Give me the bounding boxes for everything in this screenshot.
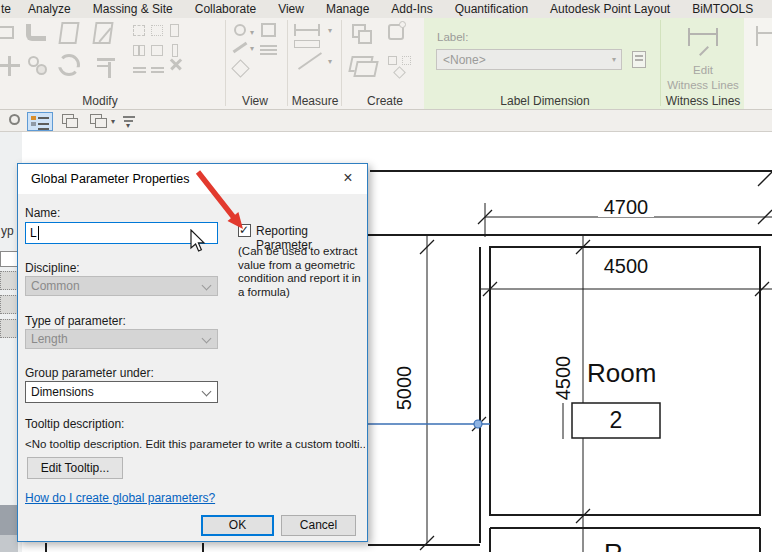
label-dropdown[interactable]: <None> ▾: [436, 49, 622, 70]
witness-lines-panel-label: Witness Lines: [660, 94, 746, 108]
modify-panel-label: Modify: [40, 94, 160, 108]
ruler-icon[interactable]: [294, 40, 320, 48]
tab-collaborate[interactable]: Collaborate: [184, 2, 267, 16]
cope-icon[interactable]: [0, 26, 14, 39]
swap-dimension-icon-2: [95, 118, 107, 128]
tab-partial-left[interactable]: te: [0, 2, 17, 16]
tab-bimtools[interactable]: BiMTOOLS: [681, 2, 764, 16]
split-icon[interactable]: [92, 22, 113, 44]
create-similar-icon[interactable]: [388, 56, 397, 65]
room-name-label: Room: [587, 358, 656, 389]
dimension-properties-icon[interactable]: [27, 112, 53, 131]
create-panel-label: Create: [340, 94, 430, 108]
thin-lines-icon-3: [260, 53, 277, 55]
trim-icon[interactable]: [97, 58, 115, 61]
chevron-down-icon: [202, 387, 212, 397]
tooltip-description-label: Tooltip description:: [25, 417, 124, 431]
group-parameter-value: Dimensions: [31, 385, 94, 399]
join-icon[interactable]: [26, 24, 46, 41]
dimension-grip-dot[interactable]: [474, 420, 482, 428]
dimension-value-top[interactable]: 4700: [598, 197, 654, 217]
group-parameter-select[interactable]: Dimensions: [25, 381, 218, 403]
create-parts-icon-2: [358, 30, 372, 44]
diagonal-caret-icon[interactable]: ▾: [328, 58, 332, 66]
close-icon[interactable]: ×: [339, 169, 357, 187]
unpin-icon[interactable]: [170, 24, 179, 37]
tab-add-ins[interactable]: Add-Ins: [380, 2, 443, 16]
revit-window: te Analyze Massing & Site Collaborate Vi…: [0, 0, 772, 552]
type-of-parameter-select[interactable]: Length: [25, 329, 218, 349]
discipline-select[interactable]: Common: [25, 276, 218, 296]
dialog-title-bar[interactable]: Global Parameter Properties ×: [18, 164, 367, 194]
array-icon[interactable]: [133, 25, 145, 36]
options-bar: ▾ ▾: [0, 110, 772, 132]
discipline-value: Common: [31, 279, 80, 293]
ribbon-tab-bar: te Analyze Massing & Site Collaborate Vi…: [0, 0, 772, 18]
thin-lines-icon-2: [260, 49, 277, 51]
isolate-icon[interactable]: [231, 59, 249, 77]
cut-geometry-icon[interactable]: [58, 22, 79, 44]
copy-icon-2: [36, 64, 47, 75]
cancel-button[interactable]: Cancel: [281, 515, 356, 536]
name-label: Name:: [25, 206, 60, 220]
multi-align-icon[interactable]: [151, 67, 164, 69]
measure-icon[interactable]: [294, 29, 320, 31]
name-input[interactable]: L: [25, 222, 218, 244]
graphics-icon[interactable]: [261, 23, 276, 37]
ok-button[interactable]: OK: [201, 515, 274, 536]
tab-analyze[interactable]: Analyze: [17, 2, 82, 16]
tooltip-description-text: <No tooltip description. Edit this param…: [25, 438, 365, 450]
create-similar-icon-3: [393, 66, 406, 79]
type-of-parameter-value: Length: [31, 332, 68, 346]
tab-massing-site[interactable]: Massing & Site: [82, 2, 184, 16]
tab-quantification[interactable]: Quantification: [444, 2, 539, 16]
edit-tooltip-button[interactable]: Edit Tooltip...: [27, 457, 123, 479]
scale-icon[interactable]: [151, 25, 163, 36]
measure-icon-3: [318, 24, 320, 36]
label-dimension-panel-label: Label Dimension: [480, 94, 610, 108]
lower-room-walls: [490, 528, 760, 552]
pin-icon[interactable]: [172, 44, 178, 57]
label-field-label: Label:: [437, 31, 468, 43]
visibility-lightbulb-icon[interactable]: [234, 24, 246, 36]
offset-icon[interactable]: [151, 45, 163, 56]
lower-room-partial-label: R: [604, 538, 623, 552]
dimension-value-left[interactable]: 5000: [394, 358, 414, 418]
trim-icon-3: [97, 65, 109, 67]
edit-witness-lines-text2: Witness Lines: [664, 79, 742, 91]
measure-icon-2: [294, 24, 296, 36]
tab-manage[interactable]: Manage: [315, 2, 380, 16]
override-brush-icon[interactable]: [233, 42, 248, 54]
measure-caret-icon[interactable]: ▾: [328, 27, 332, 35]
delete-dimension-icon-2: [66, 118, 78, 128]
filter-caret-icon: ▾: [126, 122, 130, 130]
dimension-value-room-width[interactable]: 4500: [598, 256, 654, 276]
help-link[interactable]: How do I create global parameters?: [25, 491, 215, 505]
align-icon-2: [133, 71, 146, 73]
type-of-parameter-label: Type of parameter:: [25, 314, 126, 328]
new-global-parameter-button[interactable]: [630, 49, 652, 70]
checkbox-check-icon: ✓: [239, 223, 249, 237]
chevron-down-icon: [202, 334, 212, 344]
visibility-caret-icon[interactable]: ▾: [250, 29, 254, 37]
diagonal-measure-icon[interactable]: [298, 52, 322, 70]
tab-view[interactable]: View: [267, 2, 315, 16]
assembly-gear-icon: [399, 21, 406, 28]
dimension-value-room-height[interactable]: 4500: [553, 348, 573, 408]
grid-divider-icon: [138, 45, 140, 56]
room-number-label: 2: [572, 407, 660, 434]
filter-icon[interactable]: [123, 116, 135, 118]
tab-extensions-partial[interactable]: Exte: [764, 2, 772, 16]
tab-autodesk-point-layout[interactable]: Autodesk Point Layout: [539, 2, 681, 16]
brush-caret-icon[interactable]: ▾: [250, 45, 254, 53]
thin-lines-icon[interactable]: [260, 45, 277, 47]
swap-caret-icon[interactable]: ▾: [111, 118, 115, 126]
text-caret: [38, 226, 39, 240]
align-icon[interactable]: [133, 67, 146, 69]
label-dropdown-caret-icon: ▾: [612, 56, 616, 64]
reporting-parameter-checkbox[interactable]: ✓: [238, 224, 251, 237]
modify-node-icon[interactable]: [9, 114, 20, 125]
rotate-icon[interactable]: [58, 54, 80, 76]
multi-align-icon-2: [151, 71, 164, 73]
dialog-title: Global Parameter Properties: [31, 172, 189, 186]
